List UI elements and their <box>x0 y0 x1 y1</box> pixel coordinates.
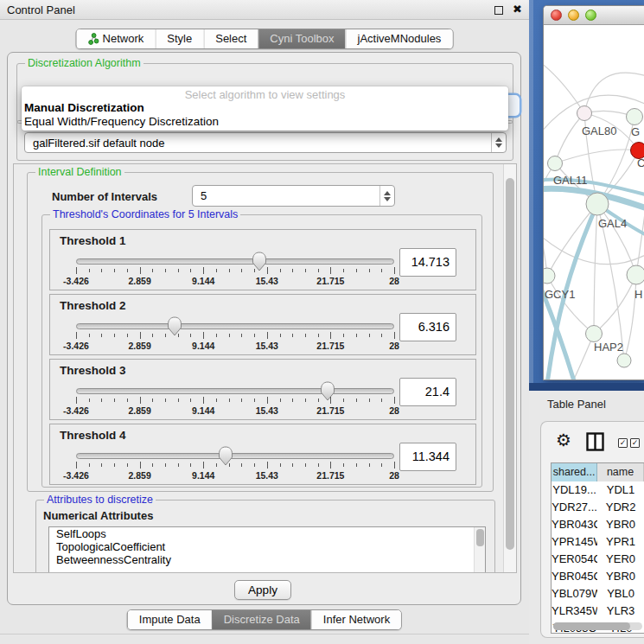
threshold-4-slider[interactable]: -3.4262.8599.14415.4321.71528 <box>76 453 394 482</box>
tab-discretize-data[interactable]: Discretize Data <box>212 610 311 629</box>
table-cell[interactable]: YDL19... <box>552 481 597 499</box>
table-row[interactable]: YBR045CYBR0 <box>552 568 644 585</box>
dropdown-option-manual[interactable]: Manual Discretization <box>22 101 508 115</box>
tab-infer-network[interactable]: Infer Network <box>311 610 401 629</box>
table-cell[interactable]: YBR0 <box>597 568 644 585</box>
control-panel-window: Control Panel ✖ Network Style Select Cyn… <box>0 0 529 644</box>
group-title: Discretization Algorithm <box>25 57 143 69</box>
scrollbar-thumb[interactable] <box>506 178 514 550</box>
table-row[interactable]: YDR27...YDR2 <box>552 499 644 516</box>
threshold-3-slider[interactable]: -3.4262.8599.14415.4321.71528 <box>76 388 394 418</box>
apply-button[interactable]: Apply <box>234 580 291 600</box>
table-cell[interactable]: YLR3 <box>597 603 644 620</box>
tab-cyni-toolbox[interactable]: Cyni Toolbox <box>258 29 345 48</box>
network-node[interactable] <box>586 326 603 342</box>
slider-track[interactable] <box>76 258 394 265</box>
table-cell[interactable]: YBR0 <box>597 516 644 533</box>
threshold-1-slider[interactable]: -3.4262.8599.14415.4321.71528 <box>76 258 394 288</box>
scrollbar-thumb[interactable] <box>553 622 630 630</box>
select-all-checkbox-icon[interactable]: ✓ <box>618 438 628 448</box>
list-item[interactable]: SelfLoops <box>49 527 485 540</box>
node-label: GCY1 <box>545 288 575 301</box>
table-cell[interactable]: YBL079W <box>552 585 597 603</box>
table-cell[interactable]: YBR043C <box>552 516 597 533</box>
column-header-name[interactable]: name <box>597 463 644 481</box>
table-row[interactable]: YER054CYER0 <box>552 551 644 568</box>
table-row[interactable]: YBR043CYBR0 <box>552 516 644 533</box>
table-cell[interactable]: YER0 <box>597 551 644 568</box>
tick-label: 2.859 <box>128 470 150 481</box>
tab-impute-data[interactable]: Impute Data <box>128 610 212 629</box>
table-toolbar: ⚙ ✓ ✓ <box>541 422 644 462</box>
table-cell[interactable]: YPR1 <box>597 533 644 551</box>
threshold-3-row: Threshold 3 -3.4262.8599.14415.4321.7152… <box>49 359 476 420</box>
threshold-4-value-field[interactable]: 11.344 <box>399 443 456 471</box>
threshold-2-value-field[interactable]: 6.316 <box>399 313 456 341</box>
table-cell[interactable]: YER054C <box>552 551 597 568</box>
table-horizontal-scrollbar[interactable] <box>553 622 642 630</box>
columns-icon[interactable] <box>586 432 604 451</box>
network-desktop: GAL80GCGAL11GAL4GCY1HHAP2 <box>529 0 644 391</box>
list-item[interactable]: TopologicalCoefficient <box>49 540 485 553</box>
table-body: YDL19...YDL1YDR27...YDR2YBR043CYBR0YPR14… <box>552 481 644 634</box>
threshold-3-value-field[interactable]: 21.4 <box>399 378 456 406</box>
tab-select[interactable]: Select <box>203 29 258 48</box>
table-cell[interactable]: YLR345W <box>552 603 597 620</box>
table-data-combobox[interactable]: galFiltered.sif default node <box>24 132 507 153</box>
spinner-stepper-icon[interactable] <box>379 186 394 206</box>
slider-track[interactable] <box>76 453 394 459</box>
settings-scroll-area: Interval Definition Number of Intervals … <box>13 163 517 573</box>
scrollbar-thumb[interactable] <box>476 529 484 546</box>
node-table[interactable]: shared... name YDL19...YDL1YDR27...YDR2Y… <box>551 462 644 634</box>
close-icon[interactable]: ✖ <box>513 3 522 16</box>
settings-scrollbar[interactable] <box>503 164 516 572</box>
network-graph[interactable]: GAL80GCGAL11GAL4GCY1HHAP2 <box>544 25 644 380</box>
table-row[interactable]: YBL079WYBL0 <box>552 585 644 603</box>
column-header-shared-name[interactable]: shared... <box>552 463 597 481</box>
threshold-2-slider[interactable]: -3.4262.8599.14415.4321.71528 <box>76 323 394 353</box>
list-scrollbar[interactable] <box>474 527 485 573</box>
minimize-traffic-light-icon[interactable] <box>568 10 579 21</box>
threshold-1-value-field[interactable]: 14.713 <box>399 248 456 277</box>
network-window-titlebar[interactable] <box>544 6 644 25</box>
numerical-attributes-list[interactable]: SelfLoops TopologicalCoefficient Between… <box>48 526 486 573</box>
network-node[interactable] <box>617 354 631 367</box>
slider-track[interactable] <box>76 323 394 329</box>
combo-stepper-icon[interactable] <box>491 133 506 152</box>
table-row[interactable]: YLR345WYLR3 <box>552 603 644 620</box>
table-row[interactable]: YDL19...YDL1 <box>552 481 644 499</box>
network-canvas[interactable]: GAL80GCGAL11GAL4GCY1HHAP2 <box>544 25 644 380</box>
threshold-label: Threshold 1 <box>60 234 126 247</box>
table-data-value: galFiltered.sif default node <box>25 137 491 150</box>
slider-track[interactable] <box>76 388 394 394</box>
application-root: Control Panel ✖ Network Style Select Cyn… <box>0 0 644 644</box>
tab-style[interactable]: Style <box>155 29 203 48</box>
network-node[interactable] <box>627 109 643 125</box>
table-cell[interactable]: YDR27... <box>552 499 597 516</box>
numerical-attributes-label: Numerical Attributes <box>43 509 153 522</box>
table-row[interactable]: YPR145WYPR1 <box>552 533 644 551</box>
close-traffic-light-icon[interactable] <box>551 10 562 21</box>
select-none-checkbox-icon[interactable]: ✓ <box>630 438 640 448</box>
zoom-traffic-light-icon[interactable] <box>585 10 596 21</box>
tick-label: 15.43 <box>256 276 278 286</box>
table-cell[interactable]: YBL0 <box>597 585 644 603</box>
network-node[interactable] <box>577 106 592 121</box>
table-cell[interactable]: YBR045C <box>552 568 597 585</box>
table-cell[interactable]: YDR2 <box>597 499 644 516</box>
table-cell[interactable]: YPR145W <box>552 533 597 551</box>
network-node[interactable] <box>548 156 563 171</box>
tab-network[interactable]: Network <box>77 29 156 48</box>
number-of-intervals-spinner[interactable]: 5 <box>192 185 395 207</box>
list-item[interactable]: BetweennessCentrality <box>49 553 485 566</box>
tick-label: 28 <box>389 405 399 416</box>
network-node[interactable] <box>544 268 555 284</box>
tick-label: 9.144 <box>192 276 214 286</box>
tab-jactivemnodules[interactable]: jActiveMNodules <box>346 29 453 48</box>
table-cell[interactable]: YDL1 <box>597 481 644 499</box>
dropdown-option-equal-width[interactable]: Equal Width/Frequency Discretization <box>22 115 508 129</box>
float-window-icon[interactable] <box>494 6 503 15</box>
network-node[interactable] <box>586 193 609 215</box>
network-node[interactable] <box>627 265 644 284</box>
gear-icon[interactable]: ⚙ <box>556 430 571 450</box>
